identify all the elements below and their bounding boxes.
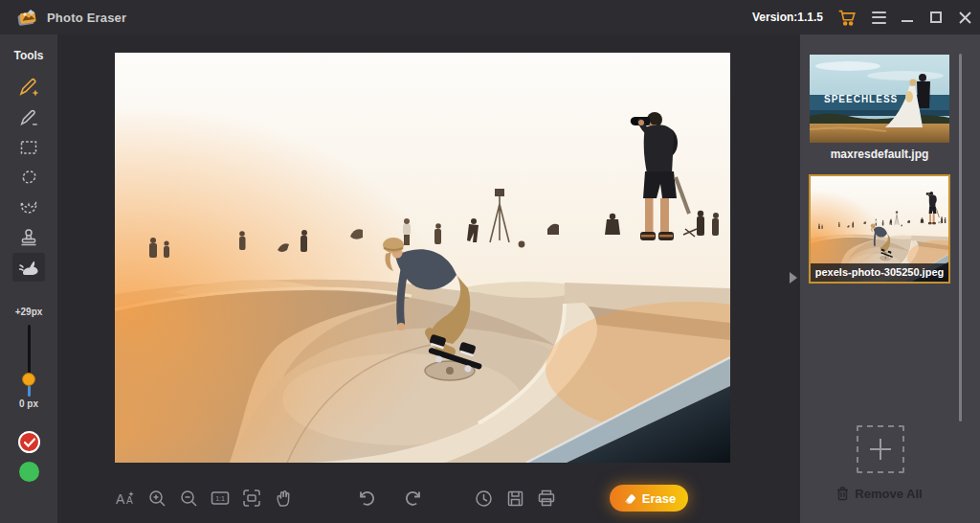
titlebar: Photo Eraser Version:1.1.5 [0,0,980,34]
zoom-in-icon [147,489,167,509]
brush-size-slider-fill [28,385,31,397]
svg-text:A: A [126,495,133,506]
undo-icon [354,488,375,509]
plus-icon [870,439,891,460]
brush-max-label: +29px [0,307,57,317]
svg-text:A: A [116,491,125,507]
panel-scrollbar[interactable] [959,54,962,421]
polygon-select-tool[interactable] [12,163,45,192]
thumbnail-overlay-text: SPEECHLESS [824,94,898,104]
clone-stamp-icon [18,227,39,248]
brush-add-tool[interactable] [12,73,45,102]
thumbnail-maxresdefault[interactable]: SPEECHLESS [810,55,949,143]
erase-button-label: Erase [642,491,676,506]
bottom-toolbar: A A 1:1 [115,484,688,512]
trash-icon [836,487,849,501]
rectangle-select-tool[interactable] [12,133,45,162]
wedding-thumbnail-image: SPEECHLESS [810,55,949,143]
zoom-in-button[interactable] [146,488,167,509]
lasso-select-icon [18,196,39,217]
thumbnail-filename: maxresdefault.jpg [800,148,959,161]
rabbit-icon [17,256,40,279]
save-icon [505,489,525,509]
redo-icon [405,488,426,509]
rectangle-select-icon [18,137,39,158]
photo-eraser-window: Photo Eraser Version:1.1.5 Tools [0,0,980,523]
print-icon [536,488,557,509]
one-to-one-button[interactable]: 1:1 [210,488,231,509]
fit-screen-icon [241,488,262,509]
app-logo-icon [16,9,37,26]
history-clock-icon [474,489,494,509]
close-icon[interactable] [957,10,972,25]
remove-all-button[interactable]: Remove All [800,487,959,501]
quick-erase-tool[interactable] [12,253,45,282]
version-label: Version:1.1.5 [752,11,823,24]
save-button[interactable] [504,488,525,509]
eraser-icon [622,492,636,505]
erase-button[interactable]: Erase [610,485,688,512]
brush-remove-tool[interactable] [12,103,45,132]
zoom-out-button[interactable] [178,488,199,509]
lasso-select-tool[interactable] [12,193,45,221]
compare-text-button[interactable]: A A [115,488,136,509]
hand-pan-icon [274,489,294,509]
brush-add-pencil-icon [17,76,40,99]
confirm-check-button[interactable] [18,431,40,453]
thumbnail-filename: pexels-photo-305250.jpeg [811,263,948,282]
redo-button[interactable] [405,488,426,509]
brush-size-slider-thumb[interactable] [22,373,35,386]
check-icon [24,438,35,447]
fit-screen-button[interactable] [241,488,262,509]
add-image-button[interactable] [857,425,904,473]
tools-sidebar: Tools [0,34,57,523]
hand-pan-button[interactable] [273,488,294,509]
brush-remove-pencil-icon [18,107,39,128]
svg-text:1:1: 1:1 [215,495,225,502]
minimize-icon[interactable] [900,10,915,25]
print-button[interactable] [536,488,557,509]
compare-text-icon: A A [115,488,136,509]
history-button[interactable] [473,488,494,509]
shopping-cart-icon[interactable] [836,7,858,28]
polygon-select-icon [18,167,39,188]
editor-canvas-area: A A 1:1 [57,34,800,523]
undo-button[interactable] [354,488,375,509]
one-to-one-icon: 1:1 [210,488,231,509]
clone-stamp-tool[interactable] [12,223,45,252]
status-green-button[interactable] [19,462,39,482]
maximize-icon[interactable] [928,10,944,25]
remove-all-label: Remove All [855,487,922,501]
app-title: Photo Eraser [47,11,126,25]
image-list-panel: SPEECHLESS maxresdefault.jpg pexels-phot… [800,34,980,523]
panel-collapse-arrow-icon[interactable] [790,272,797,284]
editing-canvas-image[interactable] [115,53,730,463]
thumbnail-pexels-selected[interactable]: pexels-photo-305250.jpeg [809,174,950,284]
menu-icon[interactable] [871,10,886,25]
tools-title: Tools [0,34,57,62]
zoom-out-icon [179,489,199,509]
brush-min-label: 0 px [0,398,57,409]
